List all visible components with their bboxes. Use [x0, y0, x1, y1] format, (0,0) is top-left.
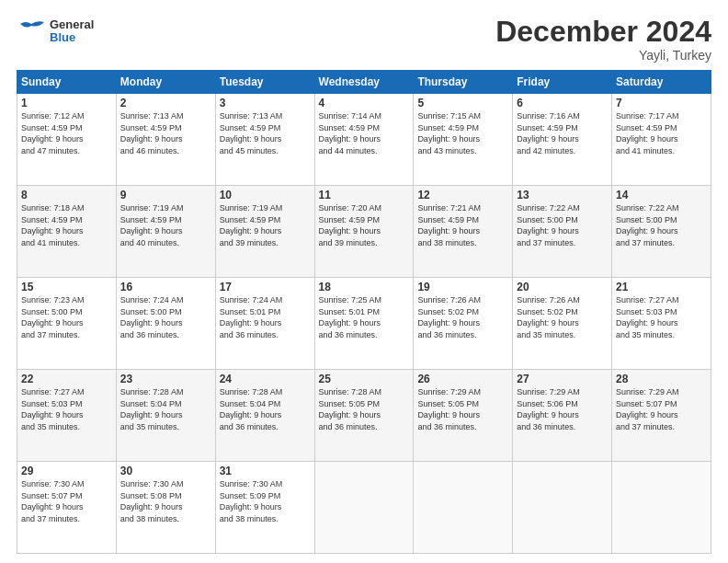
sunrise-label: Sunrise: 7:14 AM [319, 111, 382, 121]
calendar-cell: 31 Sunrise: 7:30 AM Sunset: 5:09 PM Dayl… [215, 462, 314, 554]
daylight-label: Daylight: 9 hours [319, 226, 381, 236]
sunset-label: Sunset: 5:03 PM [616, 307, 677, 316]
sunset-label: Sunset: 5:03 PM [21, 399, 83, 408]
sunset-label: Sunset: 5:04 PM [220, 399, 281, 408]
day-info: Sunrise: 7:30 AM Sunset: 5:07 PM Dayligh… [21, 478, 112, 524]
calendar-cell: 18 Sunrise: 7:25 AM Sunset: 5:01 PM Dayl… [314, 278, 414, 370]
calendar-week-2: 15 Sunrise: 7:23 AM Sunset: 5:00 PM Dayl… [17, 278, 711, 370]
day-header-wednesday: Wednesday [314, 71, 414, 94]
daylight-label: Daylight: 9 hours [517, 410, 579, 419]
day-number: 13 [517, 189, 608, 201]
daylight-minutes: and 35 minutes. [120, 422, 179, 431]
day-info: Sunrise: 7:28 AM Sunset: 5:04 PM Dayligh… [220, 386, 311, 432]
daylight-minutes: and 40 minutes. [120, 238, 179, 247]
daylight-minutes: and 43 minutes. [417, 146, 476, 155]
day-info: Sunrise: 7:17 AM Sunset: 4:59 PM Dayligh… [616, 110, 707, 156]
calendar-cell: 16 Sunrise: 7:24 AM Sunset: 5:00 PM Dayl… [116, 278, 215, 370]
day-number: 25 [319, 373, 410, 385]
calendar-cell: 27 Sunrise: 7:29 AM Sunset: 5:06 PM Dayl… [513, 370, 612, 462]
daylight-minutes: and 38 minutes. [220, 514, 279, 523]
sunset-label: Sunset: 4:59 PM [319, 123, 381, 132]
calendar-cell: 13 Sunrise: 7:22 AM Sunset: 5:00 PM Dayl… [513, 186, 612, 278]
daylight-label: Daylight: 9 hours [417, 226, 480, 236]
day-header-monday: Monday [116, 71, 215, 94]
sunrise-label: Sunrise: 7:19 AM [120, 203, 184, 213]
daylight-label: Daylight: 9 hours [21, 134, 84, 144]
sunset-label: Sunset: 5:05 PM [417, 399, 479, 408]
daylight-label: Daylight: 9 hours [21, 502, 84, 511]
logo-line1: General [50, 18, 94, 31]
daylight-label: Daylight: 9 hours [517, 134, 579, 144]
calendar-cell: 2 Sunrise: 7:13 AM Sunset: 4:59 PM Dayli… [116, 94, 215, 186]
daylight-label: Daylight: 9 hours [417, 134, 480, 144]
day-info: Sunrise: 7:15 AM Sunset: 4:59 PM Dayligh… [417, 110, 508, 156]
day-info: Sunrise: 7:13 AM Sunset: 4:59 PM Dayligh… [220, 110, 311, 156]
sunset-label: Sunset: 5:00 PM [21, 307, 83, 316]
calendar-week-0: 1 Sunrise: 7:12 AM Sunset: 4:59 PM Dayli… [17, 94, 711, 186]
day-number: 30 [120, 465, 211, 477]
daylight-label: Daylight: 9 hours [517, 226, 579, 236]
day-number: 12 [417, 189, 508, 201]
sunrise-label: Sunrise: 7:27 AM [616, 295, 679, 304]
day-info: Sunrise: 7:26 AM Sunset: 5:02 PM Dayligh… [417, 294, 508, 340]
daylight-label: Daylight: 9 hours [220, 134, 282, 144]
daylight-label: Daylight: 9 hours [120, 502, 183, 511]
daylight-minutes: and 46 minutes. [120, 146, 179, 155]
sunset-label: Sunset: 5:02 PM [517, 307, 578, 316]
sunrise-label: Sunrise: 7:28 AM [319, 387, 382, 396]
sunset-label: Sunset: 4:59 PM [220, 215, 281, 224]
calendar-cell: 22 Sunrise: 7:27 AM Sunset: 5:03 PM Dayl… [17, 370, 117, 462]
calendar-cell: 25 Sunrise: 7:28 AM Sunset: 5:05 PM Dayl… [314, 370, 414, 462]
subtitle: Yayli, Turkey [495, 48, 711, 63]
sunrise-label: Sunrise: 7:29 AM [417, 387, 481, 396]
daylight-minutes: and 35 minutes. [517, 330, 575, 339]
sunset-label: Sunset: 5:00 PM [616, 215, 677, 224]
day-info: Sunrise: 7:25 AM Sunset: 5:01 PM Dayligh… [319, 294, 410, 340]
day-number: 3 [220, 97, 311, 109]
day-number: 2 [120, 97, 211, 109]
sunrise-label: Sunrise: 7:30 AM [120, 479, 184, 488]
daylight-minutes: and 38 minutes. [417, 238, 476, 247]
day-number: 19 [417, 281, 508, 293]
day-number: 14 [616, 189, 707, 201]
day-number: 10 [220, 189, 311, 201]
day-header-saturday: Saturday [612, 71, 711, 94]
day-header-thursday: Thursday [414, 71, 513, 94]
sunrise-label: Sunrise: 7:13 AM [220, 111, 283, 121]
daylight-minutes: and 36 minutes. [120, 330, 179, 339]
day-number: 29 [21, 465, 112, 477]
day-number: 15 [21, 281, 112, 293]
sunrise-label: Sunrise: 7:13 AM [120, 111, 184, 121]
day-number: 21 [616, 281, 707, 293]
daylight-minutes: and 42 minutes. [517, 146, 575, 155]
day-number: 20 [517, 281, 608, 293]
sunset-label: Sunset: 5:02 PM [417, 307, 479, 316]
sunset-label: Sunset: 5:05 PM [319, 399, 381, 408]
day-number: 31 [220, 465, 311, 477]
daylight-minutes: and 36 minutes. [319, 422, 378, 431]
title-area: December 2024 Yayli, Turkey [495, 17, 711, 63]
sunset-label: Sunset: 4:59 PM [417, 215, 479, 224]
header: General Blue December 2024 Yayli, Turkey [17, 17, 711, 63]
calendar-week-4: 29 Sunrise: 7:30 AM Sunset: 5:07 PM Dayl… [17, 462, 711, 554]
daylight-label: Daylight: 9 hours [319, 410, 381, 419]
sunrise-label: Sunrise: 7:16 AM [517, 111, 580, 121]
calendar-cell: 1 Sunrise: 7:12 AM Sunset: 4:59 PM Dayli… [17, 94, 117, 186]
sunset-label: Sunset: 4:59 PM [220, 123, 281, 132]
day-info: Sunrise: 7:19 AM Sunset: 4:59 PM Dayligh… [220, 202, 311, 248]
day-info: Sunrise: 7:14 AM Sunset: 4:59 PM Dayligh… [319, 110, 410, 156]
sunset-label: Sunset: 5:06 PM [517, 399, 578, 408]
day-number: 16 [120, 281, 211, 293]
sunset-label: Sunset: 4:59 PM [21, 123, 83, 132]
logo: General Blue [17, 17, 94, 46]
day-info: Sunrise: 7:28 AM Sunset: 5:05 PM Dayligh… [319, 386, 410, 432]
calendar-cell: 11 Sunrise: 7:20 AM Sunset: 4:59 PM Dayl… [314, 186, 414, 278]
day-info: Sunrise: 7:27 AM Sunset: 5:03 PM Dayligh… [616, 294, 707, 340]
day-number: 24 [220, 373, 311, 385]
daylight-label: Daylight: 9 hours [21, 410, 84, 419]
sunset-label: Sunset: 4:59 PM [517, 123, 578, 132]
daylight-minutes: and 45 minutes. [220, 146, 279, 155]
calendar-cell: 15 Sunrise: 7:23 AM Sunset: 5:00 PM Dayl… [17, 278, 117, 370]
daylight-label: Daylight: 9 hours [220, 318, 282, 327]
calendar-week-1: 8 Sunrise: 7:18 AM Sunset: 4:59 PM Dayli… [17, 186, 711, 278]
